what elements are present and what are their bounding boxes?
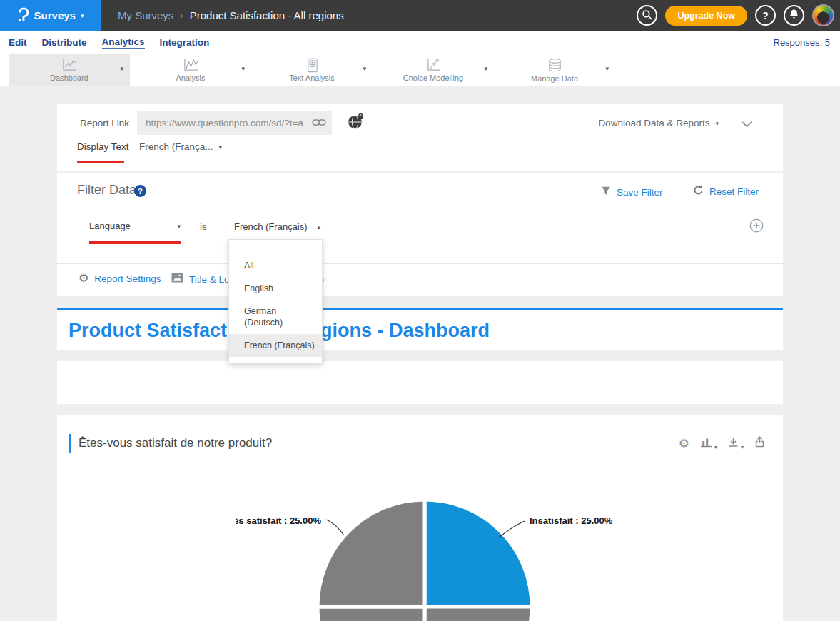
report-language-select[interactable]: French (França... ▾	[139, 141, 222, 152]
question-title: Êtes-vous satisfait de notre produit?	[79, 436, 272, 450]
download-data-reports-menu[interactable]: Download Data & Reports ▾	[598, 118, 719, 128]
toolbar-item-analysis[interactable]: Analysis ▾	[130, 54, 251, 86]
chart-settings-button[interactable]: ⚙	[679, 438, 689, 450]
question-chart-card: Êtes-vous satisfait de notre produit? ⚙ …	[57, 415, 783, 621]
secure-link-button[interactable]	[348, 113, 365, 133]
search-button[interactable]	[637, 5, 657, 26]
breadcrumb-separator: ›	[180, 10, 183, 21]
chevron-down-icon: ▾	[714, 444, 717, 450]
filter-operator: is	[200, 221, 206, 232]
chevron-down-icon[interactable]: ▾	[605, 65, 609, 72]
filter-help-button[interactable]: ?	[134, 185, 146, 197]
chart-share-button[interactable]	[754, 436, 765, 450]
tab-analytics[interactable]: Analytics	[102, 36, 145, 49]
language-option-english[interactable]: English	[229, 277, 322, 300]
question-mark-icon: ?	[138, 187, 143, 196]
toolbar-item-choice-modelling[interactable]: Choice Modelling ▾	[373, 54, 494, 86]
chevron-down-icon[interactable]: ▾	[120, 65, 123, 72]
toolbar-item-manage-data[interactable]: Manage Data ▾	[494, 54, 615, 86]
chevron-up-icon: ▴	[318, 223, 321, 231]
filter-data-card: Filter Data ? Save Filter Reset Filter L…	[57, 173, 783, 296]
chevron-down-icon: ▾	[741, 444, 744, 450]
survey-section-nav: Edit Distribute Analytics Integration Re…	[0, 31, 840, 54]
question-accent-bar	[69, 434, 71, 453]
collapse-panel-button[interactable]	[741, 118, 753, 131]
toolbar-item-label: Manage Data	[531, 74, 578, 83]
add-filter-condition-button[interactable]	[749, 218, 764, 236]
pie-slice[interactable]	[425, 607, 532, 621]
chevron-down-icon[interactable]: ▾	[241, 65, 245, 72]
tab-distribute[interactable]: Distribute	[42, 37, 87, 48]
divider	[57, 263, 783, 264]
gear-icon: ⚙	[79, 273, 88, 284]
save-filter-label: Save Filter	[617, 187, 663, 198]
chart-actions: ⚙ ▾ ▾	[679, 436, 765, 450]
upgrade-now-button[interactable]: Upgrade Now	[665, 6, 747, 26]
chart-download-button[interactable]: ▾	[728, 437, 744, 450]
report-settings-link[interactable]: ⚙ Report Settings	[79, 273, 161, 284]
language-option-german[interactable]: German (Deutsch)	[229, 300, 322, 334]
chart-type-button[interactable]: ▾	[700, 437, 717, 450]
funnel-icon	[601, 186, 611, 198]
language-option-all[interactable]: All	[229, 254, 322, 277]
tab-display-text[interactable]: Display Text	[77, 141, 129, 152]
plus-circle-icon	[749, 223, 764, 235]
display-text-active-underline	[77, 161, 124, 163]
link-icon	[312, 116, 326, 129]
breadcrumb-my-surveys[interactable]: My Surveys	[118, 9, 173, 21]
avatar[interactable]	[812, 4, 834, 26]
chevron-down-icon: ▾	[219, 143, 223, 151]
report-settings-label: Report Settings	[94, 273, 161, 284]
brand-label: Surveys	[34, 9, 76, 21]
top-header-bar: Surveys ▾ My Surveys › Product Satisfact…	[0, 0, 840, 31]
filter-value-select[interactable]: French (Français) ▴	[234, 221, 320, 232]
toolbar-item-label: Text Analysis	[289, 74, 335, 82]
bar-chart-icon	[700, 437, 712, 450]
pie-slices	[318, 500, 532, 621]
toolbar-item-dashboard[interactable]: Dashboard ▾	[9, 54, 130, 86]
language-dropdown-panel: All English German (Deutsch) French (Fra…	[228, 239, 323, 363]
tab-edit[interactable]: Edit	[9, 37, 27, 48]
bell-icon	[789, 9, 799, 22]
scatter-chart-icon	[425, 58, 442, 73]
pie-slice[interactable]	[318, 500, 425, 607]
help-button[interactable]: ?	[755, 5, 776, 26]
toolbar-item-label: Analysis	[176, 74, 206, 82]
pie-slice[interactable]	[318, 607, 425, 621]
tab-integration[interactable]: Integration	[160, 37, 210, 48]
surveys-app-menu[interactable]: Surveys ▾	[0, 0, 101, 31]
chevron-down-icon: ▾	[715, 120, 719, 127]
app-root: Surveys ▾ My Surveys › Product Satisfact…	[0, 0, 840, 621]
chevron-down-icon: ▾	[177, 223, 181, 230]
analysis-chart-icon	[182, 58, 200, 73]
questionpro-logo-icon	[17, 6, 29, 25]
download-data-reports-label: Download Data & Reports	[598, 118, 709, 128]
text-document-icon	[303, 58, 321, 73]
responses-count: Responses: 5	[774, 37, 831, 48]
notifications-button[interactable]	[784, 5, 804, 26]
filter-field-select[interactable]: Language ▾	[89, 221, 181, 231]
breadcrumb: My Surveys › Product Satisfaction - All …	[118, 9, 344, 21]
analytics-toolbar: Dashboard ▾ Analysis ▾ Text Analysis ▾ C…	[0, 54, 840, 86]
language-option-french[interactable]: French (Français)	[229, 334, 322, 357]
search-icon	[642, 9, 652, 22]
pie-label-tres-satisfait: Très satisfait : 25.00%	[236, 515, 321, 526]
line-chart-icon	[61, 58, 79, 73]
toolbar-item-label: Dashboard	[50, 74, 88, 82]
toolbar-item-text-analysis[interactable]: Text Analysis ▾	[251, 54, 373, 86]
pie-slice[interactable]	[425, 500, 532, 607]
share-export-icon	[754, 436, 765, 450]
label-leader-line	[326, 520, 344, 535]
report-link-card: Report Link https://www.questionpro.com/…	[57, 104, 783, 171]
question-mark-icon: ?	[762, 10, 769, 21]
report-link-input[interactable]: https://www.questionpro.com/sd/?t=a	[137, 111, 332, 135]
chevron-down-icon	[741, 118, 753, 130]
report-language-value: French (França...	[139, 141, 213, 152]
chevron-down-icon[interactable]: ▾	[363, 65, 366, 72]
reset-filter-button[interactable]: Reset Filter	[693, 185, 759, 198]
filter-field-value: Language	[89, 221, 131, 231]
pie-label-insatisfait: Insatisfait : 25.00%	[530, 515, 613, 526]
reset-filter-label: Reset Filter	[709, 186, 759, 197]
save-filter-button[interactable]: Save Filter	[601, 186, 663, 198]
chevron-down-icon[interactable]: ▾	[484, 65, 487, 72]
